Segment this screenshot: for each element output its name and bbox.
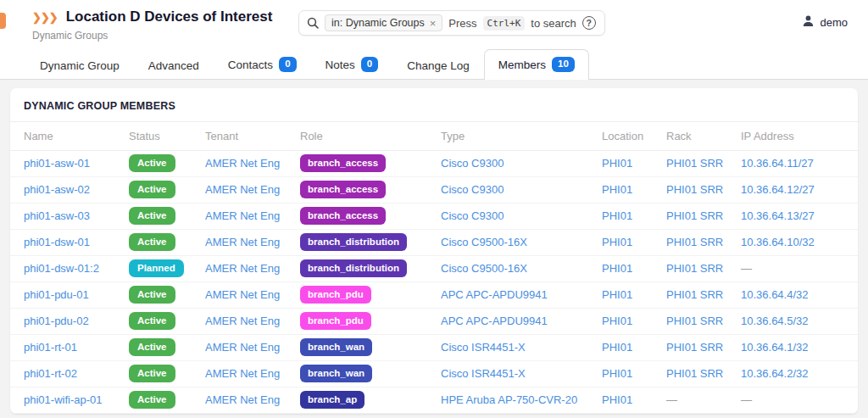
device-type-link[interactable]: APC APC-APDU9941 — [441, 288, 548, 301]
table-row: phi01-pdu-01ActiveAMER Net Engbranch_pdu… — [10, 281, 858, 308]
rack-link[interactable]: PHI01 SRR — [666, 157, 723, 170]
tenant-link[interactable]: AMER Net Eng — [205, 209, 280, 222]
rack-link[interactable]: PHI01 SRR — [666, 315, 723, 327]
status-badge[interactable]: Active — [129, 312, 175, 329]
role-badge[interactable]: branch_access — [300, 154, 386, 171]
tab-advanced[interactable]: Advanced — [134, 52, 214, 80]
status-badge[interactable]: Active — [129, 207, 175, 224]
tenant-link[interactable]: AMER Net Eng — [205, 315, 280, 327]
ip-address-link[interactable]: 10.36.64.11/27 — [741, 157, 814, 170]
role-badge[interactable]: branch_pdu — [300, 286, 371, 303]
device-link[interactable]: phi01-pdu-02 — [24, 315, 89, 327]
chip-close-icon[interactable]: × — [430, 18, 437, 29]
ip-address-link[interactable]: 10.36.64.2/32 — [741, 367, 809, 380]
tenant-link[interactable]: AMER Net Eng — [205, 157, 280, 170]
column-header-rack[interactable]: Rack — [658, 122, 732, 150]
role-badge[interactable]: branch_wan — [300, 338, 372, 355]
ip-address-link[interactable]: 10.36.64.12/27 — [741, 183, 815, 196]
column-header-name[interactable]: Name — [10, 122, 120, 150]
column-header-role[interactable]: Role — [292, 122, 432, 150]
tab-contacts[interactable]: Contacts0 — [214, 49, 311, 80]
device-type-link[interactable]: Cisco C9300 — [441, 157, 504, 170]
device-link[interactable]: phi01-asw-02 — [24, 183, 90, 196]
rack-link[interactable]: PHI01 SRR — [666, 341, 723, 354]
role-badge[interactable]: branch_access — [300, 181, 386, 198]
status-badge[interactable]: Active — [129, 286, 175, 303]
location-link[interactable]: PHI01 — [602, 288, 632, 301]
location-link[interactable]: PHI01 — [602, 209, 632, 222]
tenant-link[interactable]: AMER Net Eng — [205, 236, 280, 248]
device-link[interactable]: phi01-dsw-01:2 — [24, 262, 99, 275]
location-link[interactable]: PHI01 — [602, 236, 632, 248]
column-header-status[interactable]: Status — [120, 122, 197, 150]
role-badge[interactable]: branch_pdu — [300, 312, 371, 329]
ip-address-link[interactable]: 10.36.64.13/27 — [741, 209, 815, 222]
rack-link[interactable]: PHI01 SRR — [666, 367, 723, 380]
role-badge[interactable]: branch_distribution — [300, 233, 407, 250]
ip-address-link[interactable]: 10.36.64.10/32 — [741, 236, 815, 248]
role-badge[interactable]: branch_ap — [300, 391, 364, 408]
device-link[interactable]: phi01-wifi-ap-01 — [24, 393, 103, 406]
location-link[interactable]: PHI01 — [602, 341, 632, 354]
status-badge[interactable]: Active — [129, 365, 175, 382]
status-badge[interactable]: Planned — [129, 259, 184, 276]
search-filter-chip[interactable]: in: Dynamic Groups × — [325, 14, 442, 31]
device-link[interactable]: phi01-pdu-01 — [24, 288, 89, 301]
column-header-location[interactable]: Location — [593, 122, 658, 150]
rack-link[interactable]: PHI01 SRR — [666, 236, 723, 248]
global-search-input[interactable]: in: Dynamic Groups × Press Ctrl+K to sea… — [298, 10, 605, 36]
location-link[interactable]: PHI01 — [602, 262, 632, 275]
tenant-link[interactable]: AMER Net Eng — [205, 288, 280, 301]
ip-address-link[interactable]: 10.36.64.4/32 — [741, 288, 809, 301]
device-link[interactable]: phi01-dsw-01 — [24, 236, 90, 248]
tab-members[interactable]: Members10 — [484, 49, 589, 80]
column-header-tenant[interactable]: Tenant — [197, 122, 292, 150]
status-badge[interactable]: Active — [129, 338, 175, 355]
status-badge[interactable]: Active — [129, 233, 175, 250]
location-link[interactable]: PHI01 — [602, 183, 632, 196]
rack-link[interactable]: PHI01 SRR — [666, 288, 723, 301]
location-link[interactable]: PHI01 — [602, 315, 632, 327]
rack-link[interactable]: PHI01 SRR — [666, 209, 723, 222]
rack-link[interactable]: PHI01 SRR — [666, 183, 723, 196]
device-type-link[interactable]: Cisco ISR4451-X — [441, 367, 526, 380]
device-link[interactable]: phi01-asw-01 — [24, 157, 90, 170]
column-header-type[interactable]: Type — [432, 122, 593, 150]
breadcrumb[interactable]: Dynamic Groups — [32, 30, 272, 42]
role-badge[interactable]: branch_wan — [300, 365, 372, 382]
role-badge[interactable]: branch_access — [300, 207, 386, 224]
device-link[interactable]: phi01-asw-03 — [24, 209, 90, 222]
location-link[interactable]: PHI01 — [602, 393, 632, 406]
location-link[interactable]: PHI01 — [602, 157, 632, 170]
device-link[interactable]: phi01-rt-01 — [24, 341, 77, 354]
sidebar-edge-accent[interactable] — [0, 13, 6, 29]
status-badge[interactable]: Active — [129, 154, 175, 171]
location-link[interactable]: PHI01 — [602, 367, 632, 380]
tenant-link[interactable]: AMER Net Eng — [205, 367, 280, 380]
role-badge[interactable]: branch_distribution — [300, 259, 407, 276]
ip-address-link[interactable]: 10.36.64.5/32 — [741, 315, 809, 327]
tab-notes[interactable]: Notes0 — [311, 49, 393, 80]
device-link[interactable]: phi01-rt-02 — [24, 367, 77, 380]
device-type-link[interactable]: Cisco ISR4451-X — [441, 341, 526, 354]
status-badge[interactable]: Active — [129, 391, 175, 408]
column-header-ip-address[interactable]: IP Address — [732, 122, 858, 150]
device-type-link[interactable]: Cisco C9500-16X — [441, 262, 527, 275]
device-type-link[interactable]: Cisco C9300 — [441, 209, 504, 222]
help-icon[interactable]: ? — [582, 16, 596, 30]
status-badge[interactable]: Active — [129, 181, 175, 198]
device-type-link[interactable]: HPE Aruba AP-750-CVR-20 — [441, 393, 577, 406]
tab-change-log[interactable]: Change Log — [392, 52, 484, 80]
device-type-link[interactable]: Cisco C9300 — [441, 183, 504, 196]
table-row: phi01-asw-02ActiveAMER Net Engbranch_acc… — [10, 176, 858, 203]
tenant-link[interactable]: AMER Net Eng — [205, 393, 280, 406]
tenant-link[interactable]: AMER Net Eng — [205, 262, 280, 275]
user-menu[interactable]: demo — [802, 14, 848, 31]
device-type-link[interactable]: APC APC-APDU9941 — [441, 315, 548, 327]
tenant-link[interactable]: AMER Net Eng — [205, 341, 280, 354]
tab-dynamic-group[interactable]: Dynamic Group — [25, 52, 134, 80]
ip-address-link[interactable]: 10.36.64.1/32 — [741, 341, 809, 354]
device-type-link[interactable]: Cisco C9500-16X — [441, 236, 527, 248]
tenant-link[interactable]: AMER Net Eng — [205, 183, 280, 196]
rack-link[interactable]: PHI01 SRR — [666, 262, 723, 275]
